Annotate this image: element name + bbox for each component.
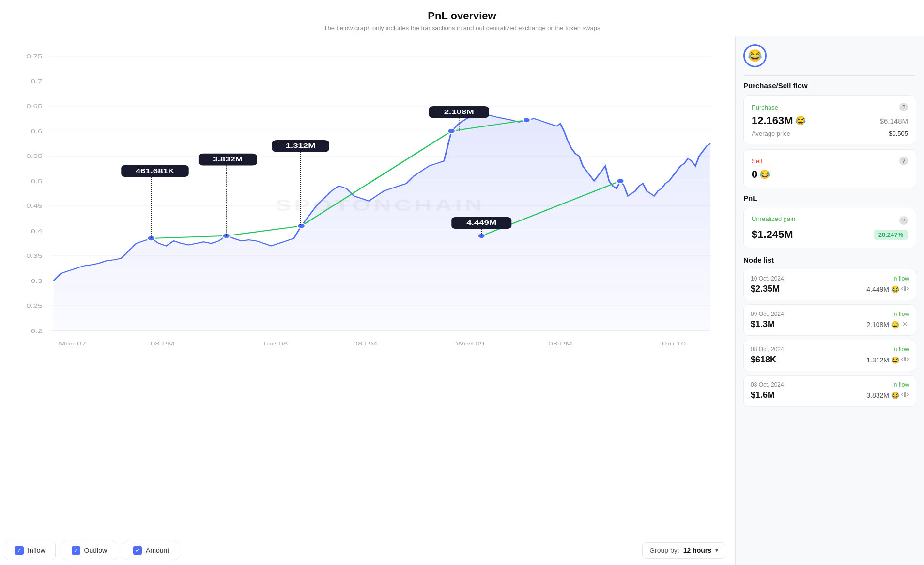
node-item-body: $618K 1.312M 😂 👁 (751, 355, 909, 365)
legend-inflow[interactable]: ✓ Inflow (5, 541, 56, 560)
node-token: 2.108M 😂 👁 (866, 320, 909, 329)
eye-icon[interactable]: 👁 (901, 391, 909, 400)
amount-checkbox[interactable]: ✓ (133, 546, 142, 555)
svg-point-33 (523, 118, 531, 123)
pnl-card: Unrealized gain ? $1.245M 20.247% (743, 208, 916, 248)
node-token-amount: 2.108M (866, 321, 889, 329)
pnl-main: $1.245M 20.247% (752, 228, 908, 241)
avg-value: $0.505 (889, 130, 908, 137)
page-title: PnL overview (0, 10, 924, 22)
node-date: 08 Oct, 2024 (751, 346, 784, 353)
svg-text:Mon 07: Mon 07 (59, 341, 86, 347)
legend-amount[interactable]: ✓ Amount (123, 541, 179, 560)
unrealized-label: Unrealized gain (752, 215, 795, 222)
svg-text:0.65: 0.65 (26, 103, 42, 110)
node-date: 10 Oct, 2024 (751, 275, 784, 282)
svg-text:0.4: 0.4 (31, 228, 43, 234)
group-by-label: Group by: (649, 547, 679, 554)
sell-help-icon[interactable]: ? (899, 157, 908, 165)
eye-icon[interactable]: 👁 (901, 285, 909, 294)
node-flow-label: In flow (892, 275, 909, 282)
node-date: 09 Oct, 2024 (751, 311, 784, 317)
purchase-avg: Average price $0.505 (752, 130, 908, 137)
node-usd: $2.35M (751, 284, 780, 294)
svg-text:1.312M: 1.312M (286, 143, 316, 149)
node-token-amount: 1.312M (866, 356, 889, 364)
svg-text:Thu 10: Thu 10 (660, 341, 686, 347)
node-item-header: 08 Oct, 2024 In flow (751, 381, 909, 388)
svg-text:0.35: 0.35 (26, 253, 42, 259)
outflow-label: Outflow (84, 547, 107, 554)
svg-text:3.832M: 3.832M (213, 156, 243, 162)
node-token: 3.832M 😂 👁 (866, 391, 909, 400)
svg-point-31 (298, 223, 306, 228)
node-token-emoji: 😂 (891, 392, 899, 399)
node-token-emoji: 😂 (891, 285, 899, 293)
svg-text:08 PM: 08 PM (151, 341, 174, 347)
node-flow-label: In flow (892, 381, 909, 388)
node-list-title: Node list (743, 256, 916, 264)
node-flow-label: In flow (892, 346, 909, 353)
pnl-section: PnL Unrealized gain ? $1.245M 20.247% (743, 194, 916, 248)
svg-text:0.25: 0.25 (26, 303, 42, 309)
node-token-emoji: 😂 (891, 356, 899, 364)
sell-main: 0 😂 (752, 168, 908, 181)
purchase-usd: $6.148M (880, 117, 908, 125)
chart-footer: ✓ Inflow ✓ Outflow ✓ Amount Group by: 12… (5, 541, 725, 560)
purchase-help-icon[interactable]: ? (899, 103, 908, 111)
pnl-badge: 20.247% (874, 230, 908, 240)
svg-text:0.2: 0.2 (31, 328, 43, 334)
inflow-checkbox[interactable]: ✓ (15, 546, 24, 555)
svg-text:2.108M: 2.108M (444, 109, 474, 115)
legend-outflow[interactable]: ✓ Outflow (62, 541, 117, 560)
avatar: 😂 (743, 44, 767, 67)
purchase-amount: 12.163M (752, 114, 793, 127)
outflow-checkbox[interactable]: ✓ (72, 546, 80, 555)
node-token-amount: 4.449M (866, 285, 889, 293)
group-by-selector[interactable]: Group by: 12 hours ▾ (642, 542, 725, 559)
pnl-title: PnL (743, 194, 916, 202)
purchase-sell-section: Purchase/Sell flow Purchase ? 12.163M 😂 … (743, 81, 916, 188)
node-item-header: 10 Oct, 2024 In flow (751, 275, 909, 282)
purchase-emoji: 😂 (795, 115, 806, 126)
svg-text:0.6: 0.6 (31, 128, 43, 134)
divider-1 (743, 75, 916, 76)
right-panel: 😂 Purchase/Sell flow Purchase ? 12.163M … (735, 36, 924, 565)
node-item-body: $1.3M 2.108M 😂 👁 (751, 319, 909, 330)
node-list: Node list 10 Oct, 2024 In flow $2.35M 4.… (743, 256, 916, 407)
svg-line-24 (151, 236, 226, 238)
node-item: 08 Oct, 2024 In flow $1.6M 3.832M 😂 👁 (743, 375, 916, 407)
node-date: 08 Oct, 2024 (751, 381, 784, 388)
node-item-body: $2.35M 4.449M 😂 👁 (751, 284, 909, 294)
sell-amount: 0 (752, 168, 757, 181)
node-item: 09 Oct, 2024 In flow $1.3M 2.108M 😂 👁 (743, 304, 916, 336)
node-token-emoji: 😂 (891, 321, 899, 329)
node-item: 08 Oct, 2024 In flow $618K 1.312M 😂 👁 (743, 340, 916, 371)
purchase-card: Purchase ? 12.163M 😂 $6.148M Average pri… (743, 95, 916, 144)
chart-area: 0.75 0.7 0.65 0.6 0.55 0.5 0.45 0.4 0.35… (0, 36, 735, 565)
chart-svg: 0.75 0.7 0.65 0.6 0.55 0.5 0.45 0.4 0.35… (5, 41, 725, 371)
purchase-sell-title: Purchase/Sell flow (743, 81, 916, 90)
node-usd: $1.3M (751, 319, 775, 330)
svg-text:0.3: 0.3 (31, 278, 43, 284)
eye-icon[interactable]: 👁 (901, 320, 909, 329)
chart-container: 0.75 0.7 0.65 0.6 0.55 0.5 0.45 0.4 0.35… (5, 41, 725, 536)
eye-icon[interactable]: 👁 (901, 356, 909, 364)
sell-card: Sell ? 0 😂 (743, 149, 916, 188)
chevron-down-icon: ▾ (715, 547, 718, 554)
svg-text:Wed 09: Wed 09 (456, 341, 484, 347)
svg-text:0.75: 0.75 (26, 53, 42, 60)
unrealized-header: Unrealized gain ? (752, 215, 908, 225)
purchase-label: Purchase (752, 104, 778, 111)
unrealized-help-icon[interactable]: ? (899, 216, 908, 225)
svg-text:0.7: 0.7 (31, 78, 43, 84)
sell-label: Sell (752, 157, 762, 165)
svg-text:0.55: 0.55 (26, 153, 42, 159)
group-by-value: 12 hours (683, 547, 711, 554)
node-item: 10 Oct, 2024 In flow $2.35M 4.449M 😂 👁 (743, 269, 916, 300)
svg-text:0.45: 0.45 (26, 203, 42, 209)
avatar-emoji: 😂 (748, 49, 762, 63)
page-subtitle: The below graph only includes the transa… (0, 24, 924, 31)
page-header: PnL overview The below graph only includ… (0, 0, 924, 36)
avatar-wrap: 😂 (743, 44, 916, 67)
